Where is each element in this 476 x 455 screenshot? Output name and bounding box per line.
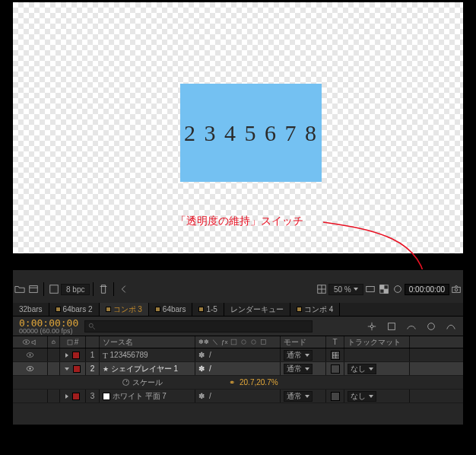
footer-toolbar: 8 bpc 50 % 0:00:00:00 <box>13 269 463 303</box>
svg-point-12 <box>370 325 373 328</box>
svg-rect-18 <box>68 340 72 345</box>
layer-index: 3 <box>86 390 100 402</box>
comp-swatch-icon <box>297 307 302 312</box>
timeline-tab-bar: 32bars 64bars 2 コンポ 3 64bars 1-5 レンダーキュー… <box>13 303 463 317</box>
col-source-name[interactable]: ソース名 <box>100 336 195 348</box>
res-half-icon[interactable] <box>363 283 377 295</box>
bit-depth-icon[interactable] <box>47 283 61 295</box>
layer-name[interactable]: ホワイト 平面 7 <box>113 391 167 402</box>
shape-layer-icon: ★ <box>103 365 109 373</box>
tab-32bars[interactable]: 32bars <box>13 303 49 316</box>
comp-swatch-icon <box>155 307 160 312</box>
svg-point-20 <box>242 340 246 345</box>
svg-rect-19 <box>232 339 237 345</box>
svg-point-21 <box>252 340 256 345</box>
solid-layer-icon <box>103 393 110 400</box>
label-color[interactable] <box>72 352 80 359</box>
twirl-icon[interactable] <box>65 394 68 399</box>
preserve-transparency-switch[interactable] <box>331 351 340 360</box>
draft3d-icon[interactable] <box>384 320 399 332</box>
shy-switch[interactable]: ✽ <box>198 392 205 400</box>
chevron-left-icon[interactable] <box>117 283 131 295</box>
track-matte-dropdown[interactable]: なし <box>347 391 376 402</box>
label-color[interactable] <box>72 393 80 400</box>
visibility-toggle[interactable] <box>26 364 34 373</box>
property-name: スケール <box>132 377 163 388</box>
search-icon <box>88 323 96 330</box>
blend-mode-dropdown[interactable]: 通常 <box>284 350 313 361</box>
visibility-toggle[interactable] <box>26 351 34 359</box>
folder-icon[interactable] <box>13 283 27 295</box>
twirl-icon[interactable] <box>65 353 68 358</box>
scale-value[interactable]: 20.7,20.7% <box>240 378 278 387</box>
col-switches: ✽✽＼ƒx <box>195 336 281 348</box>
shape-layer-rect: 2 3 4 5 6 7 8 <box>180 84 322 182</box>
current-time[interactable]: 0:00:00:00 <box>13 318 84 328</box>
snapshot-icon[interactable] <box>449 283 463 295</box>
comp-mini-flowchart-icon[interactable] <box>364 320 379 332</box>
svg-point-10 <box>455 288 458 291</box>
col-mode[interactable]: モード <box>281 336 326 348</box>
svg-point-8 <box>394 286 401 293</box>
tab-render-queue[interactable]: レンダーキュー <box>224 303 290 316</box>
svg-rect-7 <box>384 289 388 293</box>
tab-compo3[interactable]: コンポ 3 <box>100 303 149 316</box>
preserve-transparency-switch[interactable] <box>331 392 340 401</box>
shy-switch[interactable]: ✽ <box>198 351 205 359</box>
layer-name[interactable]: 123456789 <box>110 351 148 359</box>
transparency-toggle-icon[interactable] <box>377 283 391 295</box>
layer-index: 2 <box>86 362 100 375</box>
layer-row[interactable]: 2 ★ シェイプレイヤー 1 ✽/ 通常 なし <box>13 362 463 376</box>
blend-mode-dropdown[interactable]: 通常 <box>284 364 313 374</box>
svg-rect-2 <box>50 285 59 294</box>
grid-icon[interactable] <box>315 283 328 295</box>
composition-preview: 2 3 4 5 6 7 8 「透明度の維持」スイッチ <box>13 2 463 253</box>
stopwatch-icon[interactable] <box>122 379 129 386</box>
svg-point-14 <box>428 323 435 329</box>
twirl-icon[interactable] <box>65 368 69 371</box>
property-row-scale[interactable]: スケール ⚭ 20.7,20.7% <box>13 376 463 390</box>
audio-header-icon <box>30 339 38 346</box>
constrain-proportions-icon[interactable]: ⚭ <box>229 378 235 387</box>
mask-icon[interactable] <box>391 283 405 295</box>
label-header-icon <box>67 339 73 345</box>
svg-point-11 <box>90 323 94 327</box>
zoom-dropdown[interactable]: 50 % <box>328 284 363 295</box>
text-layer-content: 2 3 4 5 6 7 8 <box>184 120 318 146</box>
tab-64bars2[interactable]: 64bars 2 <box>49 303 100 316</box>
label-color[interactable] <box>73 365 81 373</box>
col-track-matte[interactable]: トラックマット <box>344 336 410 348</box>
timeline-header: 0:00:00:00 00000 (60.00 fps) <box>13 317 463 336</box>
comp-swatch-icon <box>198 307 204 312</box>
comp-swatch-icon <box>106 307 111 312</box>
layer-row[interactable]: 1 T 123456789 ✽/ 通常 <box>13 348 463 362</box>
tab-64bars[interactable]: 64bars <box>149 303 193 316</box>
annotation-label: 「透明度の維持」スイッチ <box>176 215 303 228</box>
layer-name[interactable]: シェイプレイヤー 1 <box>111 364 178 374</box>
layer-index: 1 <box>86 348 100 361</box>
layer-row[interactable]: 3 ホワイト 平面 7 ✽/ 通常 なし <box>13 390 463 403</box>
preserve-transparency-switch[interactable] <box>331 364 340 374</box>
trash-icon[interactable] <box>97 283 110 295</box>
current-time-display[interactable]: 0:00:00:00 <box>405 284 449 295</box>
layer-search-input[interactable] <box>84 320 313 332</box>
svg-rect-9 <box>452 287 461 292</box>
col-preserve-transparency[interactable]: T <box>326 336 344 348</box>
lock-header-icon <box>51 339 56 345</box>
shy-switch[interactable]: ✽ <box>198 364 205 373</box>
bit-depth-value[interactable]: 8 bpc <box>61 284 90 295</box>
tab-compo4[interactable]: コンポ 4 <box>290 303 340 316</box>
svg-rect-17 <box>52 342 56 344</box>
tab-1-5[interactable]: 1-5 <box>192 303 224 316</box>
graph-editor-icon[interactable] <box>443 320 459 332</box>
svg-rect-22 <box>262 340 266 345</box>
blend-mode-dropdown[interactable]: 通常 <box>284 391 313 402</box>
zoom-value: 50 % <box>334 285 351 294</box>
visibility-header-icon <box>22 338 30 346</box>
shy-icon[interactable] <box>404 320 419 332</box>
new-comp-icon[interactable] <box>27 283 40 295</box>
track-matte-dropdown[interactable]: なし <box>347 364 376 374</box>
svg-rect-13 <box>389 323 395 329</box>
motion-blur-icon[interactable] <box>424 320 439 332</box>
svg-point-26 <box>29 368 30 369</box>
